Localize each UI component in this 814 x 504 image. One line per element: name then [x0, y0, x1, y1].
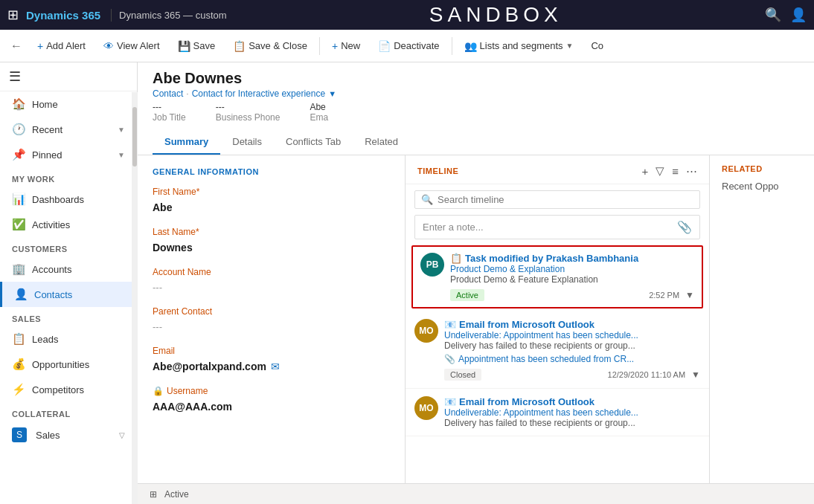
chevron-down-icon: ▼ [118, 126, 125, 134]
grid-icon[interactable]: ⊞ [7, 7, 19, 23]
add-alert-button[interactable]: + Add Alert [30, 37, 93, 55]
my-work-section: My Work [0, 167, 137, 187]
username-value[interactable]: AAA@AAA.com [153, 398, 390, 416]
account-name-value[interactable]: --- [153, 279, 390, 296]
timeline-item-content-3: 📧 Email from Microsoft Outlook Undeliver… [444, 396, 700, 428]
deactivate-button[interactable]: 📄 Deactivate [371, 37, 446, 55]
sidebar-item-label: Competitors [32, 384, 84, 395]
email-field-row: Abe@portalxpand.com ✉ [153, 358, 390, 375]
sidebar-item-contacts[interactable]: 👤 Contacts [0, 282, 137, 307]
field-account-name: Account Name --- [153, 267, 390, 296]
panel-related: RELATED Recent Oppo [710, 155, 814, 483]
timeline-search[interactable]: 🔍 [414, 190, 700, 209]
tab-details[interactable]: Details [220, 130, 274, 155]
paperclip-icon[interactable]: 📎 [677, 220, 692, 234]
chevron-down-icon: ▼ [118, 151, 125, 159]
user-icon[interactable]: 👤 [790, 7, 807, 23]
co-button[interactable]: Co [583, 37, 611, 54]
avatar-pb: PB [420, 253, 444, 277]
lists-label: Lists and segments [480, 40, 563, 51]
tab-summary[interactable]: Summary [153, 130, 220, 155]
sidebar-item-sales-col[interactable]: S Sales ▽ [0, 421, 137, 448]
timeline-sub2-3: Delivery has failed to these recipients … [444, 418, 700, 428]
timeline-item-task1: PB 📋 Task modified by Prakash Bambhania … [411, 245, 703, 308]
panels: GENERAL INFORMATION First Name* Abe Last… [138, 155, 814, 483]
content-area: Abe Downes Contact · Contact for Interac… [138, 62, 814, 504]
timeline-filter-icon[interactable]: ▽ [656, 164, 664, 178]
timeline-item-email2: MO 📧 Email from Microsoft Outlook Undeli… [406, 389, 709, 436]
add-alert-icon: + [37, 40, 43, 52]
sales-col-icon: S [12, 427, 27, 442]
jobtitle-value: --- [153, 102, 186, 112]
breadcrumb-subtype[interactable]: Contact for Interactive experience [192, 88, 325, 99]
back-button[interactable]: ← [6, 36, 27, 56]
view-alert-icon: 👁 [103, 40, 114, 52]
email-value[interactable]: Abe@portalxpand.com [153, 358, 266, 375]
sidebar-item-pinned[interactable]: 📌 Pinned ▼ [0, 142, 137, 167]
timeline-item-title: 📋 Task modified by Prakash Bambhania [450, 253, 694, 264]
sidebar-item-accounts[interactable]: 🏢 Accounts [0, 256, 137, 282]
last-name-value[interactable]: Downes [153, 239, 390, 256]
task-icon: 📋 [450, 253, 462, 264]
sidebar-item-competitors[interactable]: ⚡ Competitors [0, 377, 137, 402]
sidebar-item-label: Contacts [34, 289, 72, 300]
main-layout: ☰ 🏠 Home 🕐 Recent ▼ 📌 Pinned ▼ My Work [0, 62, 814, 504]
sidebar-item-home[interactable]: 🏠 Home [0, 91, 137, 117]
timeline-item-content: 📋 Task modified by Prakash Bambhania Pro… [450, 253, 694, 301]
panel-general-info: GENERAL INFORMATION First Name* Abe Last… [138, 155, 406, 483]
timeline-sort-icon[interactable]: ≡ [672, 165, 679, 178]
save-label: Save [193, 40, 216, 51]
parent-contact-value[interactable]: --- [153, 318, 390, 335]
attachment-link[interactable]: 📎 Appointment has been scheduled from CR… [444, 354, 700, 364]
scroll-thumb[interactable] [132, 107, 137, 167]
first-name-label: First Name* [153, 187, 390, 197]
dashboard-icon: 📊 [12, 193, 26, 206]
breadcrumb-type[interactable]: Contact [153, 88, 183, 99]
timeline-sub1[interactable]: Product Demo & Explanation [450, 264, 694, 274]
sidebar-item-activities[interactable]: ✅ Activities [0, 212, 137, 237]
app-name[interactable]: Dynamics 365 [26, 9, 112, 22]
timeline-search-input[interactable] [438, 194, 693, 205]
status-expand-icon[interactable]: ⊞ [150, 489, 157, 500]
timeline-add-icon[interactable]: + [641, 165, 648, 178]
new-button[interactable]: + New [324, 37, 368, 55]
sandbox-title: SANDBOX [234, 3, 757, 27]
activities-icon: ✅ [12, 218, 26, 231]
record-field-phone: --- Business Phone [216, 102, 281, 123]
email-send-icon[interactable]: ✉ [271, 361, 280, 372]
email-label: Email [153, 346, 390, 356]
record-fields-row: --- Job Title --- Business Phone Abe Ema [153, 102, 799, 123]
status-text: Active [164, 489, 189, 500]
tab-conflicts[interactable]: Conflicts Tab [274, 130, 353, 155]
breadcrumb-dropdown-icon[interactable]: ▼ [328, 89, 336, 98]
sidebar-item-leads[interactable]: 📋 Leads [0, 326, 137, 352]
save-button[interactable]: 💾 Save [170, 37, 223, 55]
avatar-mo-1: MO [414, 319, 438, 343]
timeline-more-icon[interactable]: ⋯ [686, 164, 697, 178]
tab-related[interactable]: Related [353, 130, 410, 155]
note-input[interactable]: Enter a note... 📎 [414, 215, 700, 239]
recent-oppo[interactable]: Recent Oppo [722, 181, 802, 192]
timeline-footer-2: Closed 12/29/2020 11:10 AM ▼ [444, 369, 700, 381]
lists-segments-button[interactable]: 👥 Lists and segments ▼ [457, 37, 581, 55]
save-close-label: Save & Close [249, 40, 307, 51]
view-alert-button[interactable]: 👁 View Alert [96, 37, 167, 55]
note-placeholder: Enter a note... [423, 222, 484, 233]
timeline-expand-icon-2[interactable]: ▼ [691, 369, 700, 380]
lock-icon: 🔒 [153, 386, 164, 396]
sidebar-item-opportunities[interactable]: 💰 Opportunities [0, 352, 137, 377]
sidebar-item-recent[interactable]: 🕐 Recent ▼ [0, 117, 137, 142]
recent-icon: 🕐 [12, 123, 26, 136]
sidebar-toggle[interactable]: ☰ [0, 62, 137, 91]
timeline-expand-icon[interactable]: ▼ [685, 290, 694, 300]
jobtitle-label: Job Title [153, 112, 186, 123]
sidebar-item-label: Pinned [32, 149, 62, 161]
timeline-sub1-2: Undeliverable: Appointment has been sche… [444, 330, 700, 340]
first-name-value[interactable]: Abe [153, 198, 390, 216]
timeline-item-title-2: 📧 Email from Microsoft Outlook [444, 319, 700, 330]
username-label: 🔒 Username [153, 386, 390, 396]
sidebar-item-dashboards[interactable]: 📊 Dashboards [0, 187, 137, 212]
save-close-button[interactable]: 📋 Save & Close [225, 37, 315, 55]
search-icon: 🔍 [421, 194, 433, 205]
search-icon[interactable]: 🔍 [765, 7, 781, 23]
